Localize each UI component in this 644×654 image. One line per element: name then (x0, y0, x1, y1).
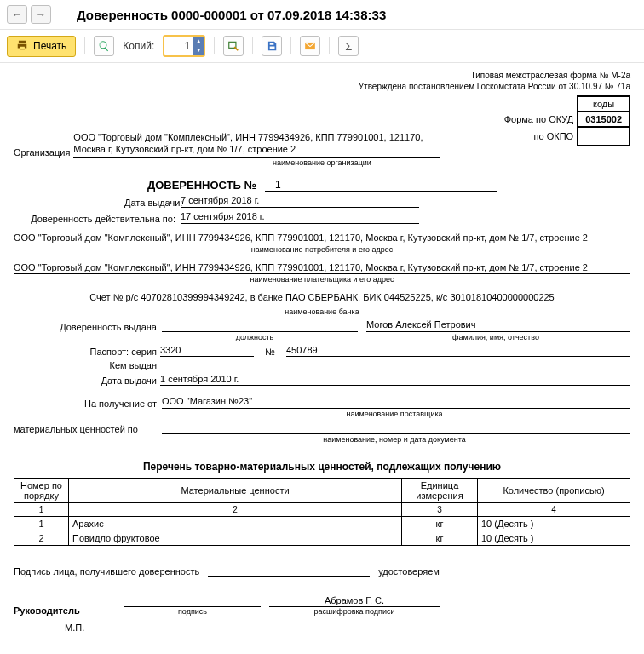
sum-button[interactable]: Σ (338, 36, 359, 56)
issued-by (160, 369, 630, 370)
col-name: Материальные ценности (69, 478, 402, 502)
passport-date-label: Дата выдачи (14, 376, 157, 386)
document-title: Доверенность 0000-000001 от 07.09.2018 1… (77, 8, 386, 22)
director-name: Абрамов Г. С. (269, 595, 440, 607)
edit-button[interactable] (223, 36, 244, 56)
org-caption: наименование организации (14, 158, 630, 167)
okpo-label: по ОКПО (497, 127, 578, 146)
col-num: Номер по порядку (14, 478, 69, 502)
director-label: Руководитель (14, 605, 116, 616)
supplier-caption: наименование поставщика (158, 410, 630, 418)
org-label: Организация (14, 147, 73, 158)
printer-icon (16, 39, 28, 54)
mp-label: М.П. (65, 622, 630, 633)
passport-number: 450789 (286, 345, 630, 357)
copies-input[interactable] (164, 40, 193, 52)
fio-value: Могов Алексей Петрович (366, 319, 630, 332)
payer-line: ООО "Торговый дом "Комплексный", ИНН 779… (14, 262, 630, 274)
valid-date: 17 сентября 2018 г. (181, 211, 419, 224)
receive-from-label: На получение от (14, 399, 162, 409)
separator (290, 37, 291, 54)
envelope-icon (304, 40, 316, 52)
separator (214, 37, 215, 54)
passport-date: 1 сентября 2010 г. (160, 374, 630, 386)
passport-no-label: № (257, 347, 283, 357)
decode-caption: расшифровка подписи (269, 607, 440, 616)
items-table: Номер по порядку Материальные ценности Е… (14, 478, 630, 546)
col-unit: Единица измерения (402, 478, 478, 502)
consumer-caption: наименование потребителя и его адрес (14, 245, 630, 254)
print-button[interactable]: Печать (7, 36, 76, 57)
doc-heading: ДОВЕРЕННОСТЬ № (147, 179, 256, 192)
spinner-down[interactable]: ▼ (193, 46, 204, 55)
sigma-icon: Σ (345, 40, 352, 53)
fio-caption: фамилия, имя, отчество (361, 333, 630, 341)
supplier-name: ООО "Магазин №23" (162, 396, 630, 409)
col-qty: Количество (прописью) (478, 478, 630, 502)
payer-caption: наименование плательщика и его адрес (14, 275, 630, 284)
form-code-line2: Утверждена постановлением Госкомстата Ро… (14, 81, 630, 92)
table-title: Перечень товарно-материальных ценностей,… (14, 461, 630, 473)
magnifier-icon (98, 40, 110, 52)
issued-to-label: Доверенность выдана (14, 322, 162, 332)
issued-by-label: Кем выдан (14, 360, 157, 370)
separator (329, 37, 330, 54)
certify-label: удостоверяем (378, 566, 440, 577)
values-label: материальных ценностей по (14, 424, 162, 434)
separator (252, 37, 253, 54)
issue-date-label: Дата выдачи: (124, 198, 181, 208)
spinner-up[interactable]: ▲ (193, 37, 204, 46)
codes-title: коды (578, 96, 630, 112)
save-button[interactable] (262, 36, 282, 56)
preview-button[interactable] (94, 36, 114, 56)
valid-label: Доверенность действительна по: (14, 214, 181, 224)
print-label: Печать (33, 40, 66, 52)
issue-date: 7 сентября 2018 г. (181, 195, 419, 208)
floppy-icon (266, 40, 278, 52)
passport-series: 3320 (160, 345, 254, 357)
separator (84, 37, 85, 54)
nav-back-button[interactable]: ← (7, 5, 27, 24)
table-edit-icon (227, 40, 239, 52)
sign-caption: подпись (124, 607, 261, 616)
nav-forward-button[interactable]: → (31, 5, 51, 24)
account-line: Счет № р/с 40702810399994349242, в банке… (14, 292, 630, 302)
account-caption: наименование банка (14, 307, 630, 316)
doc-number: 1 (265, 179, 497, 192)
codes-table: коды Форма по ОКУД 0315002 по ОКПО (497, 95, 630, 146)
values-caption: наименование, номер и дата документа (158, 435, 630, 444)
copies-label: Копий: (123, 40, 154, 52)
org-value: ООО "Торговый дом "Комплексный", ИНН 779… (73, 131, 440, 158)
passport-label: Паспорт: серия (14, 347, 157, 357)
okud-label: Форма по ОКУД (497, 112, 578, 127)
table-row: 1Арахискг10 (Десять ) (14, 516, 630, 531)
okpo-value (578, 127, 630, 146)
position-caption: должность (157, 333, 353, 341)
copies-stepper[interactable]: ▲ ▼ (163, 35, 205, 57)
consumer-line: ООО "Торговый дом "Комплексный", ИНН 779… (14, 232, 630, 244)
table-row: 2Повидло фруктовоекг10 (Десять ) (14, 531, 630, 545)
form-code-line1: Типовая межотраслевая форма № М-2а (14, 70, 630, 81)
okud-value: 0315002 (578, 112, 630, 127)
email-button[interactable] (300, 36, 320, 56)
sign-person-label: Подпись лица, получившего доверенность (14, 566, 199, 577)
